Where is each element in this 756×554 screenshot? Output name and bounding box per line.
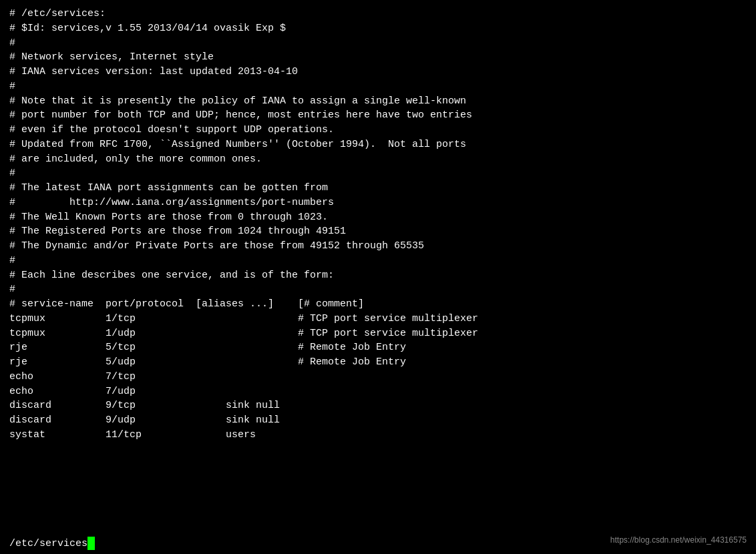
terminal-line: # port number for both TCP and UDP; henc…	[9, 108, 747, 123]
terminal-line: # Network services, Internet style	[9, 50, 747, 65]
terminal-line: rje 5/udp # Remote Job Entry	[9, 355, 747, 370]
bottom-bar: /etc/services https://blog.csdn.net/weix…	[0, 537, 756, 550]
terminal-line: # The latest IANA port assignments can b…	[9, 181, 747, 196]
watermark: https://blog.csdn.net/weixin_44316575	[610, 535, 747, 545]
terminal-line: rje 5/tcp # Remote Job Entry	[9, 340, 747, 355]
cursor	[87, 537, 95, 550]
terminal-line: discard 9/udp sink null	[9, 413, 747, 428]
terminal-line: # The Dynamic and/or Private Ports are t…	[9, 239, 747, 254]
terminal-line: # Updated from RFC 1700, ``Assigned Numb…	[9, 137, 747, 152]
terminal-line: discard 9/tcp sink null	[9, 398, 747, 413]
terminal-line: #	[9, 36, 747, 51]
terminal-line: # are included, only the more common one…	[9, 152, 747, 167]
terminal-line: # Note that it is presently the policy o…	[9, 94, 747, 109]
terminal-line: systat 11/tcp users	[9, 428, 747, 443]
terminal-line: #	[9, 254, 747, 268]
terminal-line: # service-name port/protocol [aliases ..…	[9, 297, 747, 312]
terminal-line: #	[9, 79, 747, 94]
terminal-line: # The Well Known Ports are those from 0 …	[9, 210, 747, 225]
terminal-output: # /etc/services:# $Id: services,v 1.55 2…	[9, 7, 747, 443]
terminal-line: tcpmux 1/udp # TCP port service multiple…	[9, 326, 747, 341]
terminal-window: # /etc/services:# $Id: services,v 1.55 2…	[0, 0, 756, 554]
terminal-line: tcpmux 1/tcp # TCP port service multiple…	[9, 312, 747, 326]
prompt-text: /etc/services	[9, 538, 87, 549]
command-prompt: /etc/services	[9, 537, 95, 550]
terminal-line: # even if the protocol doesn't support U…	[9, 123, 747, 137]
terminal-line: # The Registered Ports are those from 10…	[9, 224, 747, 239]
terminal-line: echo 7/tcp	[9, 370, 747, 384]
terminal-line: # $Id: services,v 1.55 2013/04/14 ovasik…	[9, 21, 747, 36]
terminal-line: # IANA services version: last updated 20…	[9, 65, 747, 79]
terminal-line: #	[9, 282, 747, 297]
terminal-line: # http://www.iana.org/assignments/port-n…	[9, 196, 747, 210]
terminal-line: echo 7/udp	[9, 384, 747, 399]
terminal-line: # /etc/services:	[9, 7, 747, 21]
terminal-line: # Each line describes one service, and i…	[9, 268, 747, 283]
terminal-line: #	[9, 166, 747, 181]
